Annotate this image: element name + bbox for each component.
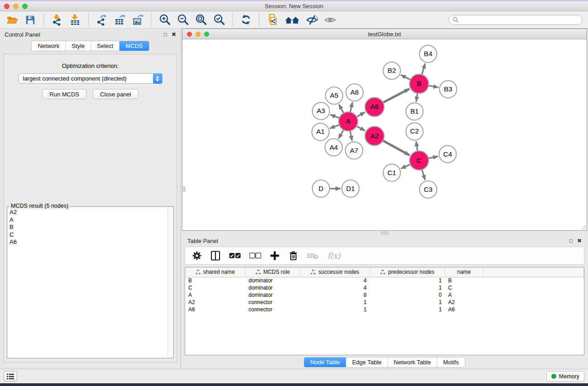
graph-edge-C-C4[interactable]: [427, 156, 438, 158]
task-history-button[interactable]: [4, 371, 17, 381]
column-header-successor-nodes[interactable]: successor nodes: [300, 267, 370, 277]
result-item[interactable]: A6: [10, 238, 173, 246]
graph-edge-C-C3[interactable]: [421, 169, 425, 180]
table-cell[interactable]: 1: [300, 299, 370, 306]
table-cell[interactable]: dominator: [245, 291, 300, 299]
clone-network-icon[interactable]: [266, 13, 279, 27]
column-panel-icon[interactable]: [210, 249, 220, 262]
result-scrollbar[interactable]: [167, 207, 173, 357]
graph-node-C3[interactable]: C3: [420, 181, 437, 198]
graph-edge-C-C1[interactable]: [401, 164, 411, 168]
tab-network-table[interactable]: Network Table: [388, 357, 437, 367]
graph-edge-B-B3[interactable]: [427, 86, 438, 87]
graph-edge-A-A8[interactable]: [350, 102, 352, 113]
graph-edge-A-A5[interactable]: [339, 105, 344, 114]
close-table-panel-icon[interactable]: ✖: [577, 238, 582, 243]
table-cell[interactable]: B: [445, 277, 483, 284]
table-cell[interactable]: [483, 299, 584, 306]
run-mcds-button[interactable]: Run MCDS: [42, 89, 86, 99]
select-all-icon[interactable]: [229, 249, 241, 262]
save-session-icon[interactable]: [24, 13, 37, 27]
graph-node-A[interactable]: A: [339, 112, 358, 131]
table-cell[interactable]: C: [185, 284, 245, 291]
graph-node-C1[interactable]: C1: [383, 164, 400, 181]
graph-edge-A6-B[interactable]: [382, 89, 409, 103]
add-column-icon[interactable]: [270, 249, 280, 262]
mcds-result-list[interactable]: A2ABCA6: [8, 207, 173, 357]
search-field[interactable]: [449, 15, 583, 25]
zoom-out-icon[interactable]: [176, 13, 190, 27]
search-input[interactable]: [461, 17, 578, 23]
column-header-shared-name[interactable]: shared name: [185, 267, 245, 277]
import-network-icon[interactable]: [50, 13, 64, 27]
canvas-splitter-handle[interactable]: [182, 187, 185, 191]
graph-edge-B-B4[interactable]: [421, 63, 425, 76]
graph-edge-A-A3[interactable]: [330, 114, 340, 118]
result-item[interactable]: A2: [10, 209, 173, 216]
export-image-icon[interactable]: [131, 13, 145, 27]
zoom-selected-icon[interactable]: [212, 13, 226, 27]
table-cell[interactable]: 1: [370, 277, 445, 284]
graph-edge-C-C2[interactable]: [416, 141, 418, 152]
export-network-icon[interactable]: [95, 13, 109, 27]
table-cell[interactable]: A2: [445, 299, 483, 306]
memory-button[interactable]: Memory: [546, 371, 584, 381]
table-cell[interactable]: A6: [185, 306, 245, 313]
graph-node-B[interactable]: B: [410, 74, 429, 93]
table-cell[interactable]: B: [185, 277, 245, 284]
graph-node-B3[interactable]: B3: [440, 81, 457, 98]
table-cell[interactable]: connector: [245, 306, 300, 313]
graph-node-A1[interactable]: A1: [312, 123, 329, 140]
graph-edge-A2-C[interactable]: [382, 140, 410, 155]
graph-node-A6[interactable]: A6: [365, 97, 384, 116]
result-item[interactable]: C: [10, 231, 173, 239]
criterion-dropdown[interactable]: largest connected component (directed): [19, 73, 163, 84]
window-resize-grip[interactable]: [580, 224, 586, 230]
result-item[interactable]: B: [10, 224, 173, 231]
table-row[interactable]: A6connector11A6: [185, 306, 584, 313]
float-panel-icon[interactable]: □: [164, 32, 167, 37]
graph-node-B2[interactable]: B2: [383, 62, 400, 79]
graph-node-B4[interactable]: B4: [420, 45, 437, 62]
result-item[interactable]: A: [10, 216, 173, 224]
close-panel-button[interactable]: Close panel: [93, 89, 139, 99]
show-all-networks-icon[interactable]: [284, 13, 301, 27]
function-builder-icon[interactable]: f(x): [327, 249, 340, 262]
graph-node-C[interactable]: C: [410, 151, 429, 170]
table-cell[interactable]: 4: [300, 277, 370, 284]
table-cell[interactable]: A: [185, 291, 245, 299]
delete-table-icon[interactable]: [307, 249, 319, 262]
network-canvas[interactable]: AA1A2A3A4A5A6A7A8BB1B2B3B4CC1C2C3C4DD1: [182, 39, 587, 230]
table-cell[interactable]: 1: [370, 299, 445, 306]
graph-edge-A-A4[interactable]: [339, 129, 344, 138]
export-table-icon[interactable]: [113, 13, 127, 27]
graph-edge-B-B1[interactable]: [416, 92, 417, 102]
graph-edge-A-A7[interactable]: [350, 130, 352, 141]
delete-column-icon[interactable]: [288, 249, 298, 262]
graph-node-A3[interactable]: A3: [312, 102, 330, 119]
graph-node-A2[interactable]: A2: [365, 126, 384, 145]
graph-node-A4[interactable]: A4: [325, 139, 342, 156]
table-cell[interactable]: 0: [370, 291, 445, 299]
table-cell[interactable]: A: [445, 291, 483, 299]
graph-node-A5[interactable]: A5: [325, 87, 343, 104]
graph-edge-A-A2[interactable]: [356, 126, 365, 131]
table-cell[interactable]: [483, 277, 584, 284]
splitter-handle[interactable]: [381, 232, 388, 234]
column-header-mcds-role[interactable]: MCDS role: [245, 267, 300, 277]
graph-edge-A-A1[interactable]: [330, 124, 340, 129]
graph-node-A8[interactable]: A8: [346, 84, 363, 101]
graph-edge-A-A6[interactable]: [356, 112, 365, 117]
column-header-predecessor-nodes[interactable]: predecessor nodes: [370, 267, 445, 277]
column-header-name[interactable]: name: [445, 267, 483, 277]
graph-node-D[interactable]: D: [312, 180, 330, 197]
tab-motifs[interactable]: Motifs: [437, 357, 465, 367]
table-cell[interactable]: dominator: [245, 277, 300, 284]
table-cell[interactable]: C: [445, 284, 483, 291]
horizontal-splitter[interactable]: [182, 231, 587, 235]
tab-select[interactable]: Select: [91, 41, 120, 51]
graph-node-C4[interactable]: C4: [439, 146, 456, 163]
table-cell[interactable]: connector: [245, 299, 300, 306]
select-none-icon[interactable]: [249, 249, 261, 262]
hide-graphics-details-icon[interactable]: [306, 13, 319, 27]
